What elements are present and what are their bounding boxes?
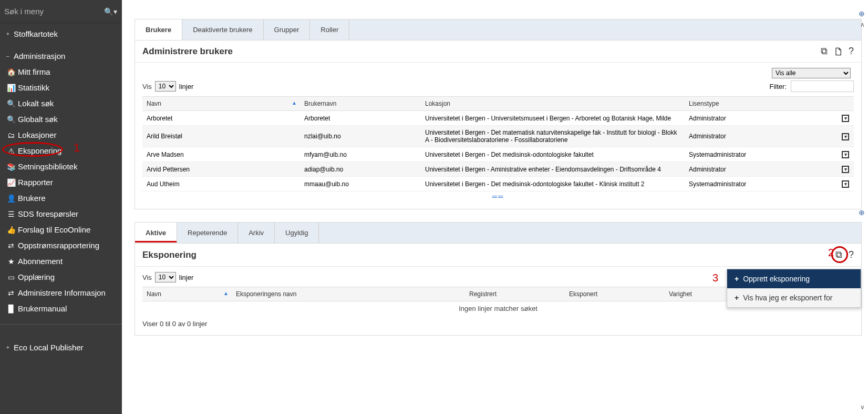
- col-navn[interactable]: Navn: [142, 287, 232, 301]
- sidebar-item-admin-info[interactable]: ⇄ Administrere Informasjon: [0, 285, 122, 301]
- help-icon[interactable]: ?: [849, 249, 854, 260]
- exposure-panel-header: Eksponering 2 ⧉ ? 3 + Opprett eksponerin…: [135, 244, 861, 267]
- cell-license: Administrator: [685, 126, 837, 147]
- sidebar-item-lokalt-sok[interactable]: 🔍 Lokalt søk: [0, 96, 122, 112]
- col-actions: [837, 97, 854, 111]
- warning-icon: ⚠: [6, 145, 16, 157]
- cell-name: Arve Madsen: [142, 147, 300, 162]
- scroll-down-icon[interactable]: ∨: [860, 403, 865, 411]
- row-action-icon[interactable]: ▾: [837, 126, 854, 147]
- tab-brukere[interactable]: Brukere: [135, 19, 182, 40]
- tab-aktive[interactable]: Aktive: [135, 223, 177, 243]
- help-icon[interactable]: ?: [849, 46, 854, 57]
- show-label: Vis: [142, 274, 152, 281]
- sidebar-item-abonnement[interactable]: ★ Abonnement: [0, 254, 122, 269]
- cell-license: Administrator: [685, 162, 837, 177]
- sidebar-item-label: Administrere Informasjon: [18, 287, 106, 299]
- actions-dropdown-icon[interactable]: ⧉: [835, 249, 842, 260]
- col-lokasjon[interactable]: Lokasjon: [421, 97, 685, 111]
- filter-input[interactable]: [791, 80, 854, 92]
- sidebar-item-label: Rapporter: [18, 177, 53, 188]
- col-navn[interactable]: Navn: [142, 97, 300, 111]
- show-label: Vis: [142, 83, 152, 90]
- cell-location: Universitetet i Bergen - Universitetsmus…: [421, 111, 685, 126]
- menu-opprett-eksponering[interactable]: + Opprett eksponering: [727, 269, 861, 288]
- sidebar-section-stoffkartotek[interactable]: + Stoffkartotek: [0, 26, 122, 42]
- sidebar-item-label: SDS forespørsler: [18, 208, 78, 220]
- sidebar-item-label: Lokalt søk: [18, 98, 54, 109]
- cell-name: Arvid Pettersen: [142, 162, 300, 177]
- sidebar-item-rapporter[interactable]: 📈 Rapporter: [0, 175, 122, 190]
- sidebar-section-eco[interactable]: + Eco Local Publisher: [0, 340, 122, 356]
- chevron-down-icon[interactable]: ▾: [113, 7, 118, 16]
- user-icon: 👤: [6, 193, 16, 204]
- cell-username: adiap@uib.no: [300, 162, 421, 177]
- tab-arkiv[interactable]: Arkiv: [238, 223, 275, 243]
- scroll-up-icon[interactable]: ∧: [860, 21, 865, 28]
- page-size-select[interactable]: 10: [155, 81, 176, 92]
- table-row[interactable]: Arild Breistølnzlai@uib.noUniversitetet …: [142, 126, 854, 147]
- table-row[interactable]: ArboretetArboretetUniversitetet i Bergen…: [142, 111, 854, 126]
- users-panel-header: Administrere brukere ⧉ ?: [135, 41, 861, 63]
- sidebar-item-eksponering[interactable]: ⚠ Eksponering 1: [0, 143, 122, 159]
- search-input[interactable]: [4, 7, 104, 16]
- sidebar-item-statistikk[interactable]: 📊 Statistikk: [0, 80, 122, 96]
- row-action-icon[interactable]: ▾: [837, 111, 854, 126]
- resize-handle[interactable]: ══: [142, 191, 854, 201]
- tab-repeterende[interactable]: Repeterende: [177, 223, 238, 243]
- tab-roller[interactable]: Roller: [310, 19, 349, 40]
- row-action-icon[interactable]: ▾: [837, 147, 854, 162]
- sidebar-item-mitt-firma[interactable]: 🏠 Mitt firma: [0, 64, 122, 80]
- row-action-icon[interactable]: ▾: [837, 177, 854, 191]
- add-panel-icon[interactable]: ⊕: [859, 208, 865, 217]
- cell-name: Arild Breistøl: [142, 126, 300, 147]
- col-brukernavn[interactable]: Brukernavn: [300, 97, 421, 111]
- menu-label: Opprett eksponering: [743, 275, 810, 283]
- sidebar-item-oppstroms[interactable]: ⇄ Oppstrømsrapportering: [0, 238, 122, 254]
- sidebar-item-label: Abonnement: [18, 256, 63, 267]
- col-eksponeringens-navn[interactable]: Eksponeringens navn: [232, 287, 465, 301]
- page-size-select[interactable]: 10: [155, 272, 176, 282]
- menu-vis-eksponert[interactable]: + Vis hva jeg er eksponert for: [727, 288, 861, 307]
- pdf-export-icon[interactable]: [834, 46, 842, 57]
- sidebar-search: 🔍 ▾: [0, 0, 122, 23]
- col-eksponert[interactable]: Eksponert: [565, 287, 665, 301]
- table-row[interactable]: Aud Utheimmmaau@uib.noUniversitetet i Be…: [142, 177, 854, 191]
- sidebar-item-opplaering[interactable]: ▭ Opplæring: [0, 269, 122, 285]
- sidebar-item-label: Statistikk: [18, 82, 49, 94]
- exchange-icon: ⇄: [6, 287, 16, 299]
- sidebar-section-admin[interactable]: – Administrasjon: [0, 48, 122, 64]
- plus-icon: +: [735, 294, 739, 302]
- expand-icon: +: [6, 28, 12, 40]
- sidebar-item-forslag[interactable]: 👍 Forslag til EcoOnline: [0, 222, 122, 238]
- visibility-select[interactable]: Vis alle: [772, 68, 851, 78]
- col-lisenstype[interactable]: Lisenstype: [685, 97, 837, 111]
- tab-deaktiverte[interactable]: Deaktiverte brukere: [182, 19, 263, 40]
- home-icon: 🏠: [6, 66, 16, 78]
- add-panel-icon[interactable]: ⊕: [859, 9, 865, 18]
- sidebar-item-setningsbibliotek[interactable]: 📚 Setningsbibliotek: [0, 159, 122, 175]
- filter-label: Filter:: [770, 83, 787, 90]
- col-registrert[interactable]: Registrert: [465, 287, 565, 301]
- star-icon: ★: [6, 256, 16, 267]
- main-content: ⊕ ∧ Brukere Deaktiverte brukere Grupper …: [122, 0, 868, 414]
- exchange-icon: ⇄: [6, 240, 16, 251]
- actions-dropdown-icon[interactable]: ⧉: [821, 46, 828, 57]
- row-action-icon[interactable]: ▾: [837, 162, 854, 177]
- tab-grupper[interactable]: Grupper: [264, 19, 311, 40]
- sidebar-item-brukere[interactable]: 👤 Brukere: [0, 190, 122, 206]
- sidebar: 🔍 ▾ + Stoffkartotek – Administrasjon 🏠 M…: [0, 0, 122, 414]
- sidebar-item-label: Eksponering: [18, 145, 61, 157]
- sidebar-item-label: Forslag til EcoOnline: [18, 224, 90, 236]
- sidebar-item-brukermanual[interactable]: ▉ Brukermanual: [0, 301, 122, 317]
- table-row[interactable]: Arve Madsenmfyam@uib.noUniversitetet i B…: [142, 147, 854, 162]
- sidebar-item-lokasjoner[interactable]: 🗂 Lokasjoner: [0, 127, 122, 143]
- section-label: Eco Local Publisher: [14, 342, 84, 354]
- cell-location: Universitetet i Bergen - Det medisinsk-o…: [421, 177, 685, 191]
- sidebar-item-sds[interactable]: ☰ SDS forespørsler: [0, 206, 122, 222]
- cell-license: Systemadministrator: [685, 177, 837, 191]
- tab-ugyldig[interactable]: Ugyldig: [275, 223, 319, 243]
- search-icon[interactable]: 🔍: [104, 7, 113, 16]
- sidebar-item-globalt-sok[interactable]: 🔍 Globalt søk: [0, 112, 122, 127]
- table-row[interactable]: Arvid Pettersenadiap@uib.noUniversitetet…: [142, 162, 854, 177]
